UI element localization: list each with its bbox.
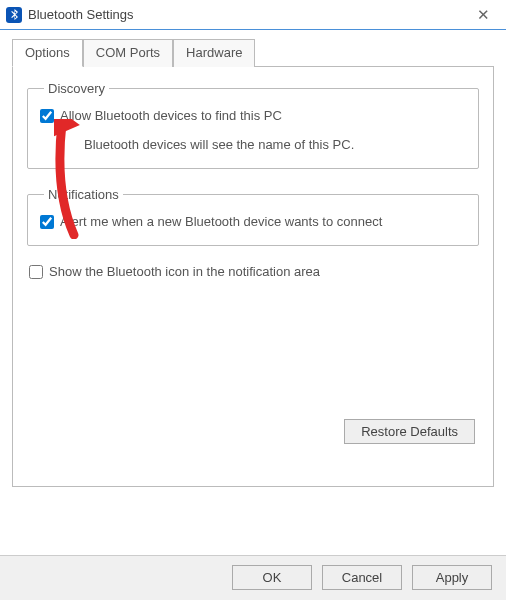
close-button[interactable]: ✕ <box>460 0 506 30</box>
tab-panel-options: Discovery Allow Bluetooth devices to fin… <box>12 67 494 487</box>
discovery-hint: Bluetooth devices will see the name of t… <box>84 137 466 152</box>
allow-discovery-row: Allow Bluetooth devices to find this PC <box>40 108 466 123</box>
restore-row: Restore Defaults <box>27 419 479 444</box>
content-area: Options COM Ports Hardware Discovery All… <box>0 30 506 487</box>
ok-button[interactable]: OK <box>232 565 312 590</box>
allow-discovery-label[interactable]: Allow Bluetooth devices to find this PC <box>60 108 282 123</box>
notifications-group: Notifications Alert me when a new Blueto… <box>27 187 479 246</box>
show-icon-label[interactable]: Show the Bluetooth icon in the notificat… <box>49 264 320 279</box>
notifications-legend: Notifications <box>44 187 123 202</box>
bluetooth-icon <box>6 7 22 23</box>
tab-com-ports[interactable]: COM Ports <box>83 39 173 67</box>
tab-hardware[interactable]: Hardware <box>173 39 255 67</box>
alert-label[interactable]: Alert me when a new Bluetooth device wan… <box>60 214 382 229</box>
discovery-group: Discovery Allow Bluetooth devices to fin… <box>27 81 479 169</box>
allow-discovery-checkbox[interactable] <box>40 109 54 123</box>
tab-options[interactable]: Options <box>12 39 83 67</box>
titlebar: Bluetooth Settings ✕ <box>0 0 506 30</box>
alert-row: Alert me when a new Bluetooth device wan… <box>40 214 466 229</box>
show-icon-checkbox[interactable] <box>29 265 43 279</box>
close-icon: ✕ <box>477 6 490 24</box>
discovery-legend: Discovery <box>44 81 109 96</box>
window-title: Bluetooth Settings <box>28 7 460 22</box>
tab-strip: Options COM Ports Hardware <box>12 38 494 67</box>
dialog-button-bar: OK Cancel Apply <box>0 555 506 600</box>
show-icon-row: Show the Bluetooth icon in the notificat… <box>29 264 479 279</box>
alert-checkbox[interactable] <box>40 215 54 229</box>
apply-button[interactable]: Apply <box>412 565 492 590</box>
cancel-button[interactable]: Cancel <box>322 565 402 590</box>
restore-defaults-button[interactable]: Restore Defaults <box>344 419 475 444</box>
